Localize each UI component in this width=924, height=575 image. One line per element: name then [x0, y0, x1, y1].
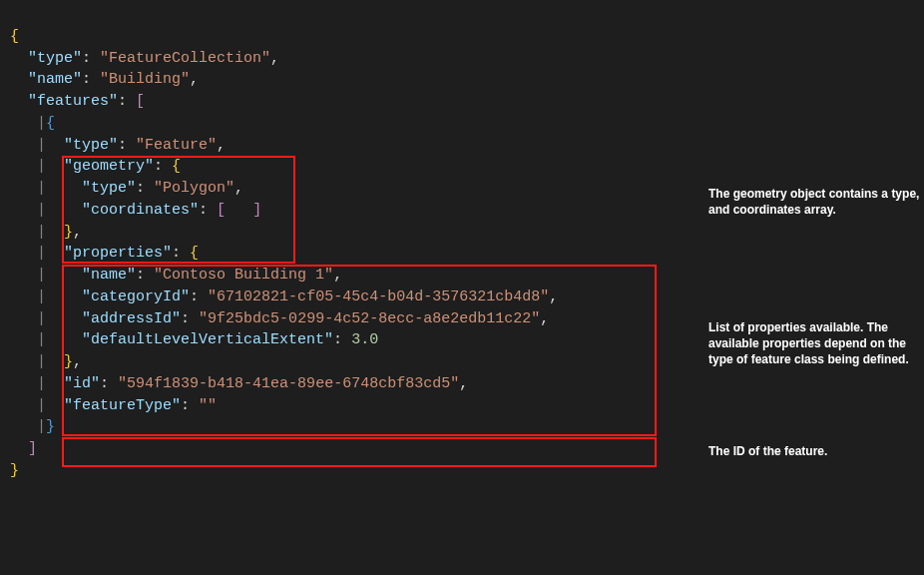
json-key-properties: "properties" — [64, 245, 172, 262]
json-key-feature-type: "type" — [64, 137, 118, 154]
json-key-coordinates: "coordinates" — [82, 202, 199, 219]
json-key-geometry-type: "type" — [82, 180, 136, 197]
json-key-type: "type" — [28, 50, 82, 67]
json-key-featureType: "featureType" — [64, 397, 181, 414]
json-value-prop-name: "Contoso Building 1" — [154, 267, 333, 284]
code-editor-view: { "type": "FeatureCollection", "name": "… — [0, 0, 924, 575]
json-value-feature-type: "Feature" — [136, 137, 217, 154]
annotation-geometry: The geometry object contains a type, and… — [708, 186, 924, 218]
json-value-addressId: "9f25bdc5-0299-4c52-8ecc-a8e2edb11c22" — [199, 310, 540, 327]
json-value-type: "FeatureCollection" — [100, 50, 270, 67]
annotation-id: The ID of the feature. — [708, 443, 924, 459]
json-key-prop-name: "name" — [82, 267, 136, 284]
json-key-addressId: "addressId" — [82, 310, 181, 327]
json-key-geometry: "geometry" — [64, 158, 154, 175]
json-value-defaultLevelVerticalExtent: 3.0 — [351, 331, 378, 348]
json-value-name: "Building" — [100, 71, 190, 88]
code-block: { "type": "FeatureCollection", "name": "… — [10, 4, 558, 482]
json-value-id: "594f1839-b418-41ea-89ee-6748cbf83cd5" — [118, 375, 459, 392]
json-key-defaultLevelVerticalExtent: "defaultLevelVerticalExtent" — [82, 331, 333, 348]
json-key-categoryId: "categoryId" — [82, 288, 190, 305]
json-key-features: "features" — [28, 93, 118, 110]
json-value-categoryId: "67102821-cf05-45c4-b04d-3576321cb4d8" — [208, 288, 549, 305]
json-value-featureType: "" — [199, 397, 217, 414]
json-key-id: "id" — [64, 375, 100, 392]
annotation-properties: List of properties available. The availa… — [708, 319, 924, 368]
json-key-name: "name" — [28, 71, 82, 88]
json-value-geometry-type: "Polygon" — [154, 180, 234, 197]
